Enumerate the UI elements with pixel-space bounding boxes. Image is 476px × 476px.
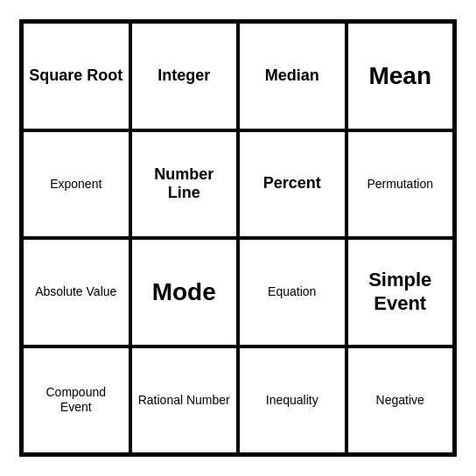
cell-text-r3c1: Rational Number bbox=[138, 393, 230, 408]
cell-text-r2c0: Absolute Value bbox=[35, 284, 116, 299]
cell-r2c0: Absolute Value bbox=[22, 238, 130, 346]
cell-text-r2c2: Equation bbox=[268, 284, 316, 299]
cell-text-r2c1: Mode bbox=[152, 277, 216, 307]
cell-text-r0c3: Mean bbox=[368, 61, 431, 91]
cell-r1c2: Percent bbox=[238, 130, 346, 239]
cell-text-r1c1: Number Line bbox=[137, 165, 232, 203]
bingo-board: Square RootIntegerMedianMeanExponentNumb… bbox=[19, 19, 457, 457]
cell-text-r1c2: Percent bbox=[263, 174, 321, 193]
cell-text-r1c0: Exponent bbox=[50, 177, 102, 192]
cell-r2c2: Equation bbox=[238, 238, 346, 346]
cell-r1c0: Exponent bbox=[22, 130, 130, 239]
cell-text-r1c3: Permutation bbox=[368, 177, 433, 192]
cell-text-r0c0: Square Root bbox=[29, 66, 122, 86]
cell-text-r3c2: Inequality bbox=[266, 393, 318, 408]
cell-text-r2c3: Simple Event bbox=[354, 269, 448, 315]
cell-r2c1: Mode bbox=[130, 238, 239, 346]
cell-r2c3: Simple Event bbox=[346, 238, 455, 346]
cell-r0c2: Median bbox=[238, 22, 346, 130]
cell-r3c1: Rational Number bbox=[130, 346, 239, 455]
cell-text-r0c1: Integer bbox=[158, 66, 210, 86]
cell-r0c1: Integer bbox=[130, 22, 239, 130]
cell-r3c3: Negative bbox=[346, 346, 455, 455]
cell-text-r0c2: Median bbox=[265, 66, 319, 86]
cell-r0c0: Square Root bbox=[22, 22, 130, 130]
cell-r1c3: Permutation bbox=[346, 130, 455, 239]
cell-text-r3c0: Compound Event bbox=[29, 385, 123, 415]
cell-r3c0: Compound Event bbox=[22, 346, 130, 455]
cell-text-r3c3: Negative bbox=[376, 393, 424, 408]
cell-r3c2: Inequality bbox=[238, 346, 346, 455]
cell-r1c1: Number Line bbox=[130, 130, 239, 239]
cell-r0c3: Mean bbox=[346, 22, 455, 130]
